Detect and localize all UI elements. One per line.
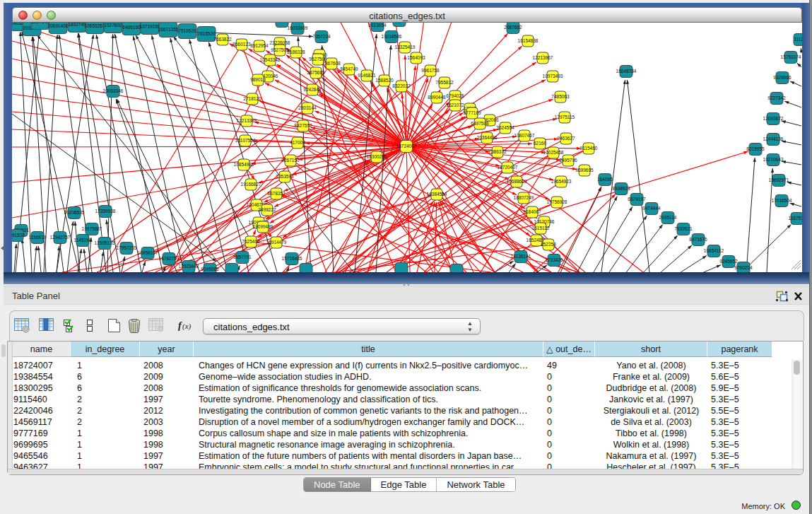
svg-text:18720407: 18720407	[498, 165, 518, 170]
svg-text:9961758: 9961758	[421, 68, 440, 73]
svg-text:9245652: 9245652	[719, 259, 738, 264]
svg-text:9699695: 9699695	[575, 168, 594, 173]
svg-text:14136141: 14136141	[511, 254, 531, 259]
svg-text:16648784: 16648784	[616, 69, 637, 74]
svg-text:8454749: 8454749	[340, 66, 358, 71]
svg-text:9242848: 9242848	[303, 87, 322, 92]
svg-text:12444136: 12444136	[763, 136, 784, 141]
svg-text:10025458: 10025458	[543, 150, 564, 155]
svg-text:2803144: 2803144	[298, 105, 317, 110]
svg-text:19099489: 19099489	[253, 224, 273, 229]
svg-text:15716485: 15716485	[282, 256, 302, 261]
svg-text:391530: 391530	[12, 233, 25, 238]
svg-text:8938923: 8938923	[612, 186, 630, 191]
svg-text:20364436: 20364436	[477, 135, 498, 140]
svg-text:1588520: 1588520	[375, 78, 394, 83]
svg-text:19166827: 19166827	[241, 182, 261, 187]
svg-text:10958107: 10958107	[138, 250, 158, 255]
svg-text:1167533: 1167533	[789, 216, 802, 221]
svg-text:1564093: 1564093	[407, 55, 425, 60]
svg-text:9146821: 9146821	[358, 73, 376, 78]
svg-text:1997041: 1997041	[31, 23, 49, 24]
svg-text:1353594: 1353594	[276, 174, 294, 179]
svg-text:(x): (x)	[182, 322, 192, 331]
svg-text:12093872: 12093872	[763, 116, 784, 121]
svg-text:1527602: 1527602	[104, 23, 122, 28]
svg-text:19756928: 19756928	[547, 199, 567, 204]
svg-text:1733426: 1733426	[545, 257, 563, 262]
svg-text:7632621: 7632621	[674, 226, 693, 231]
svg-text:10854985: 10854985	[234, 162, 254, 167]
svg-text:9857791: 9857791	[233, 255, 252, 259]
svg-text:3498222: 3498222	[258, 207, 276, 212]
svg-text:1621072: 1621072	[446, 103, 464, 107]
svg-text:417004: 417004	[290, 140, 305, 145]
svg-text:7485063: 7485063	[551, 94, 570, 99]
svg-text:7386372: 7386372	[488, 149, 507, 154]
svg-text:164095: 164095	[597, 177, 613, 182]
svg-text:10654112: 10654112	[704, 248, 724, 253]
svg-text:9463627: 9463627	[557, 136, 575, 141]
svg-text:7357224: 7357224	[312, 34, 331, 39]
svg-text:12213389: 12213389	[237, 118, 257, 123]
svg-text:62160: 62160	[534, 141, 546, 146]
svg-text:10807467: 10807467	[514, 133, 535, 138]
svg-text:9527505: 9527505	[271, 47, 289, 52]
svg-text:252254: 252254	[541, 242, 556, 247]
svg-text:16033809: 16033809	[288, 25, 308, 30]
svg-text:10655267: 10655267	[85, 23, 105, 28]
svg-text:15692971: 15692971	[769, 177, 789, 182]
svg-text:19654923: 19654923	[551, 179, 572, 184]
svg-text:8215955: 8215955	[746, 146, 765, 151]
svg-text:7625402: 7625402	[242, 239, 260, 244]
svg-text:10973493: 10973493	[543, 74, 563, 78]
svg-text:16671355: 16671355	[158, 27, 179, 32]
svg-text:10688609: 10688609	[507, 179, 527, 184]
svg-text:18807249: 18807249	[514, 195, 534, 200]
svg-text:18300295: 18300295	[367, 154, 387, 159]
svg-text:12505135: 12505135	[95, 240, 115, 245]
svg-text:6466160: 6466160	[122, 25, 141, 30]
svg-text:9329966: 9329966	[773, 75, 792, 80]
svg-text:7663822: 7663822	[213, 37, 232, 42]
svg-text:20206535: 20206535	[64, 210, 85, 215]
svg-text:8990448: 8990448	[428, 95, 446, 100]
svg-text:19218586: 19218586	[382, 34, 402, 39]
svg-text:7955812: 7955812	[435, 80, 454, 85]
svg-text:6794028: 6794028	[446, 93, 464, 98]
svg-text:3624554: 3624554	[496, 125, 514, 130]
svg-text:1156819: 1156819	[29, 235, 47, 240]
svg-text:17957255: 17957255	[117, 245, 137, 250]
svg-text:10543342: 10543342	[260, 57, 281, 62]
svg-text:1145194: 1145194	[74, 238, 92, 243]
svg-text:9245065: 9245065	[201, 267, 219, 271]
svg-text:20691406: 20691406	[48, 23, 69, 28]
svg-text:7515526: 7515526	[178, 28, 196, 33]
svg-text:8813054: 8813054	[368, 23, 387, 28]
svg-text:12923448: 12923448	[179, 264, 199, 269]
svg-text:9777169: 9777169	[463, 110, 481, 115]
svg-text:8471676: 8471676	[689, 237, 707, 242]
svg-text:9227342: 9227342	[767, 95, 786, 100]
svg-text:2718120: 2718120	[243, 96, 261, 101]
svg-text:17016504: 17016504	[772, 198, 792, 203]
svg-text:989013: 989013	[250, 77, 266, 82]
svg-text:2495796: 2495796	[559, 158, 577, 163]
svg-text:2087682: 2087682	[504, 25, 522, 30]
svg-text:16154838: 16154838	[518, 38, 539, 43]
svg-text:10210643: 10210643	[763, 157, 784, 162]
svg-text:12942757: 12942757	[50, 235, 71, 240]
svg-text:3875685: 3875685	[307, 70, 325, 75]
svg-text:16914479: 16914479	[266, 240, 287, 245]
svg-text:9184067: 9184067	[523, 209, 541, 214]
svg-text:9115460: 9115460	[580, 146, 598, 151]
svg-text:15751074: 15751074	[781, 54, 801, 59]
svg-text:9760204: 9760204	[734, 265, 753, 270]
svg-text:7615520: 7615520	[197, 31, 216, 36]
svg-text:6879197: 6879197	[628, 197, 646, 201]
svg-text:12213967: 12213967	[533, 55, 553, 60]
svg-text:8678352: 8678352	[267, 191, 286, 196]
svg-text:12975115: 12975115	[555, 115, 575, 119]
svg-text:13325419: 13325419	[395, 45, 416, 49]
svg-text:1832749: 1832749	[68, 23, 86, 27]
